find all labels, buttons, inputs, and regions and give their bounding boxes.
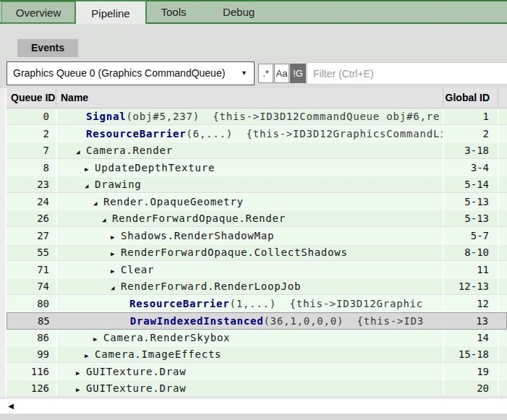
header-cell-spacer bbox=[498, 88, 507, 108]
glob-toggle-button[interactable]: !G bbox=[290, 64, 306, 83]
expand-arrow-icon[interactable]: ▶ bbox=[111, 263, 121, 278]
filter-input[interactable] bbox=[307, 62, 507, 85]
queue-id-cell: 26 bbox=[7, 210, 56, 226]
marker-name: Drawing bbox=[95, 179, 142, 190]
row-spacer-cell bbox=[498, 108, 507, 124]
event-row[interactable]: 71▶Clear11 bbox=[7, 262, 507, 279]
header-cell-name[interactable]: Name bbox=[56, 88, 443, 108]
event-tree: 0Signal(obj#5,237) {this->ID3D12CommandQ… bbox=[7, 108, 507, 398]
window-bottom-strip bbox=[0, 413, 507, 420]
case-sensitive-toggle-button[interactable]: Aa bbox=[274, 64, 289, 83]
event-row[interactable]: 116▶GUITexture.Draw19 bbox=[7, 364, 507, 381]
event-row[interactable]: 99▶Camera.ImageEffects15-18 bbox=[7, 346, 507, 364]
global-id-cell: 14 bbox=[443, 330, 498, 346]
row-spacer-cell bbox=[498, 126, 507, 142]
collapse-arrow-icon[interactable]: ◢ bbox=[85, 178, 95, 192]
event-row[interactable]: 85DrawIndexedInstanced(36,1,0,0,0) {this… bbox=[7, 312, 507, 330]
event-row[interactable]: 55▶RenderForwardOpaque.CollectShadows8-1… bbox=[7, 244, 507, 262]
event-name-cell: ▶UpdateDepthTexture bbox=[56, 160, 443, 176]
row-spacer-cell bbox=[498, 380, 507, 396]
global-id-cell: 5-13 bbox=[443, 210, 498, 226]
event-row[interactable]: 74◢RenderForward.RenderLoopJob12-13 bbox=[7, 278, 507, 296]
row-spacer-cell bbox=[498, 142, 507, 158]
event-name-cell: ▶Camera.ImageEffects bbox=[56, 346, 443, 362]
expand-arrow-icon[interactable]: ▶ bbox=[76, 365, 86, 380]
event-row[interactable]: 23◢Drawing5-14 bbox=[7, 176, 507, 194]
marker-name: Camera.ImageEffects bbox=[95, 348, 221, 360]
vertical-scrollbar-track[interactable] bbox=[0, 88, 7, 413]
queue-id-cell: 71 bbox=[7, 262, 56, 278]
event-row[interactable]: 80ResourceBarrier(1,...) {this->ID3D12Gr… bbox=[7, 296, 507, 313]
scroll-left-icon[interactable]: ◀ bbox=[6, 398, 16, 413]
row-spacer-cell bbox=[498, 228, 507, 244]
global-id-cell: 12-13 bbox=[443, 278, 498, 294]
row-spacer-cell bbox=[498, 244, 507, 260]
expand-arrow-icon[interactable]: ▶ bbox=[111, 246, 121, 260]
event-row[interactable]: 0Signal(obj#5,237) {this->ID3D12CommandQ… bbox=[7, 108, 507, 126]
expand-arrow-icon[interactable]: ▶ bbox=[93, 331, 103, 346]
event-name-cell: ▶Shadows.RenderShadowMap bbox=[56, 228, 443, 244]
collapse-arrow-icon[interactable]: ◢ bbox=[76, 144, 86, 158]
marker-name: UpdateDepthTexture bbox=[95, 162, 215, 173]
expand-arrow-icon[interactable]: ▶ bbox=[111, 229, 121, 244]
event-name-cell: ◢Camera.Render bbox=[56, 142, 443, 158]
queue-id-cell: 99 bbox=[7, 346, 56, 362]
event-name-cell: Signal(obj#5,237) {this->ID3D12CommandQu… bbox=[56, 108, 443, 124]
event-name-cell: ◢Drawing bbox=[56, 176, 443, 192]
horizontal-scrollbar[interactable]: ◀ bbox=[0, 398, 507, 413]
queue-id-cell: 2 bbox=[7, 126, 56, 142]
marker-name: GUITexture.Draw bbox=[86, 382, 186, 394]
tab-tools[interactable]: Tools bbox=[141, 1, 206, 22]
event-row[interactable]: 86▶Camera.RenderSkybox14 bbox=[7, 330, 507, 347]
row-spacer-cell bbox=[498, 278, 507, 294]
global-id-cell: 2 bbox=[443, 126, 498, 142]
queue-id-cell: 126 bbox=[7, 380, 56, 396]
row-spacer-cell bbox=[498, 346, 507, 362]
marker-name: GUITexture.Draw bbox=[86, 366, 186, 377]
marker-name: RenderForwardOpaque.Render bbox=[112, 213, 286, 224]
row-spacer-cell bbox=[498, 194, 507, 210]
event-name-cell: ResourceBarrier(6,...) {this->ID3D12Grap… bbox=[56, 126, 443, 142]
header-cell-queue-id[interactable]: Queue ID bbox=[7, 88, 56, 108]
queue-id-cell: 116 bbox=[7, 364, 56, 380]
global-id-cell: 3-18 bbox=[443, 142, 498, 158]
event-row[interactable]: 7◢Camera.Render3-18 bbox=[7, 142, 507, 160]
chevron-down-icon: ▼ bbox=[241, 62, 247, 85]
event-name-cell: ◢RenderForwardOpaque.Render bbox=[56, 210, 443, 226]
global-id-cell: 13 bbox=[442, 313, 497, 329]
marker-name: Camera.RenderSkybox bbox=[103, 332, 230, 343]
regex-toggle-button[interactable]: .* bbox=[258, 64, 273, 83]
header-cell-global-id[interactable]: Global ID bbox=[443, 88, 498, 108]
queue-id-cell: 74 bbox=[7, 278, 56, 294]
table-header: Queue ID Name Global ID bbox=[7, 88, 507, 108]
collapse-arrow-icon[interactable]: ◢ bbox=[111, 280, 121, 294]
collapse-arrow-icon[interactable]: ◢ bbox=[102, 212, 112, 226]
event-row[interactable]: 24◢Render.OpaqueGeometry5-13 bbox=[7, 194, 507, 211]
event-row[interactable]: 126▶GUITexture.Draw20 bbox=[7, 380, 507, 398]
event-row[interactable]: 27▶Shadows.RenderShadowMap5-7 bbox=[7, 228, 507, 245]
queue-selector-dropdown[interactable]: Graphics Queue 0 (Graphics CommandQueue)… bbox=[7, 61, 255, 85]
tab-pipeline[interactable]: Pipeline bbox=[74, 0, 147, 24]
collapse-arrow-icon[interactable]: ◢ bbox=[93, 195, 103, 210]
api-call-name: Signal bbox=[86, 111, 126, 122]
global-id-cell: 8-10 bbox=[443, 244, 498, 260]
global-id-cell: 12 bbox=[443, 296, 498, 312]
queue-id-cell: 23 bbox=[7, 176, 56, 192]
event-row[interactable]: 26◢RenderForwardOpaque.Render5-13 bbox=[7, 210, 507, 228]
expand-arrow-icon[interactable]: ▶ bbox=[76, 382, 86, 396]
api-call-details: (obj#5,237) {this->ID3D12CommandQueue ob… bbox=[126, 111, 440, 122]
tab-overview[interactable]: Overview bbox=[1, 1, 75, 24]
event-row[interactable]: 8▶UpdateDepthTexture3-4 bbox=[7, 160, 507, 177]
event-name-cell: ▶RenderForwardOpaque.CollectShadows bbox=[56, 244, 443, 260]
expand-arrow-icon[interactable]: ▶ bbox=[85, 348, 95, 362]
row-spacer-cell bbox=[498, 210, 507, 226]
expand-arrow-icon[interactable]: ▶ bbox=[85, 161, 95, 176]
global-id-cell: 5-7 bbox=[443, 228, 498, 244]
queue-id-cell: 7 bbox=[7, 142, 56, 158]
event-row[interactable]: 2ResourceBarrier(6,...) {this->ID3D12Gra… bbox=[7, 126, 507, 143]
row-spacer-cell bbox=[498, 364, 507, 380]
queue-selector-value: Graphics Queue 0 (Graphics CommandQueue) bbox=[13, 67, 225, 79]
events-panel-tab[interactable]: Events bbox=[17, 39, 78, 57]
queue-id-cell: 85 bbox=[7, 313, 56, 329]
tab-debug[interactable]: Debug bbox=[206, 1, 271, 22]
